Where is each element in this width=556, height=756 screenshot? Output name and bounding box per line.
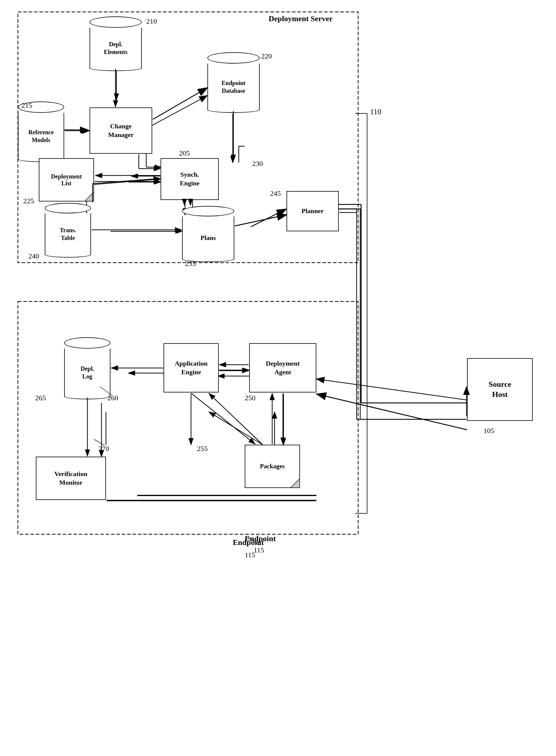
deployment-agent-box: Deployment Agent [249, 343, 316, 392]
label-210: 210 [146, 17, 157, 25]
label-235: 235 [185, 260, 196, 268]
diagram-container: Deployment Server 110 Depl. Elements Ref… [0, 0, 556, 756]
label-240: 240 [28, 252, 39, 260]
packages-box: Packages [245, 445, 300, 488]
depl-log-cylinder: Depl. Log [64, 337, 110, 397]
endpoint-database-cylinder: Endpoint Database [207, 52, 259, 110]
ref-115-bottom: 115 [245, 551, 255, 559]
planner-box: Planner [286, 191, 339, 231]
label-105: 105 [484, 427, 494, 435]
label-260: 260 [107, 394, 118, 402]
reference-models-cylinder: Reference Models [18, 101, 64, 160]
label-265: 265 [35, 394, 46, 402]
svg-line-20 [251, 209, 286, 227]
label-205: 205 [179, 149, 190, 157]
label-220: 220 [261, 52, 272, 60]
svg-line-15 [86, 179, 161, 185]
label-115: 115 [254, 546, 264, 554]
svg-line-79 [94, 439, 104, 445]
change-manager-box: Change Manager [90, 107, 152, 154]
endpoint-bottom-label: Endpoint [233, 538, 264, 547]
svg-line-8 [152, 96, 207, 125]
svg-line-60 [235, 215, 286, 226]
label-225: 225 [23, 197, 34, 205]
svg-line-26 [316, 394, 467, 430]
application-engine-box: Application Engine [164, 343, 219, 392]
source-host-box: Source Host [467, 358, 533, 421]
svg-line-56 [93, 178, 160, 183]
label-230: 230 [252, 160, 263, 168]
deployment-server-label: Deployment Server [269, 14, 333, 23]
trans-table-cylinder: Trans. Table [45, 203, 91, 255]
label-215: 215 [22, 101, 32, 109]
label-250: 250 [245, 394, 255, 402]
svg-marker-42 [85, 192, 94, 201]
deployment-list-box: Deployment List [39, 158, 94, 202]
synch-engine-box: Synch. Engine [161, 158, 219, 200]
svg-marker-43 [291, 479, 300, 488]
plans-cylinder: Plans [182, 206, 234, 260]
svg-line-49 [153, 88, 207, 119]
label-270: 270 [99, 445, 109, 453]
label-245: 245 [270, 190, 281, 198]
label-255: 255 [197, 445, 208, 453]
label-110: 110 [370, 107, 381, 116]
svg-line-68 [317, 379, 466, 400]
depl-elements-cylinder: Depl. Elements [90, 16, 142, 69]
verification-monitor-box: Verification Monitor [36, 457, 106, 500]
svg-line-31 [209, 412, 263, 445]
